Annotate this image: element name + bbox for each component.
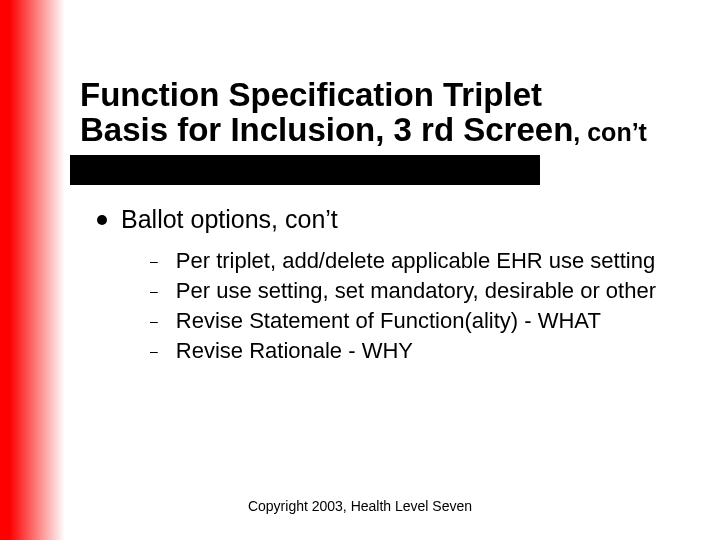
footer-copyright: Copyright 2003, Health Level Seven	[0, 498, 720, 514]
dash-icon: –	[150, 250, 158, 272]
title-line-2-sub: , con’t	[573, 118, 647, 146]
sub-bullet-list: – Per triplet, add/delete applicable EHR…	[150, 248, 656, 368]
title-underline-bar	[70, 155, 540, 185]
dash-icon: –	[150, 280, 158, 302]
list-item: – Per triplet, add/delete applicable EHR…	[150, 248, 656, 274]
title-line-2: Basis for Inclusion, 3 rd Screen, con’t	[80, 113, 647, 148]
list-item: – Revise Statement of Function(ality) - …	[150, 308, 656, 334]
list-item: – Revise Rationale - WHY	[150, 338, 656, 364]
list-item-text: Per triplet, add/delete applicable EHR u…	[176, 248, 655, 274]
list-item-text: Revise Statement of Function(ality) - WH…	[176, 308, 601, 334]
list-item: – Per use setting, set mandatory, desira…	[150, 278, 656, 304]
bullet-label: Ballot options, con’t	[121, 205, 338, 234]
slide-title: Function Specification Triplet Basis for…	[80, 78, 647, 147]
dash-icon: –	[150, 310, 158, 332]
dash-icon: –	[150, 340, 158, 362]
list-item-text: Revise Rationale - WHY	[176, 338, 413, 364]
title-line-2-main: Basis for Inclusion, 3 rd Screen	[80, 111, 573, 148]
title-line-1: Function Specification Triplet	[80, 78, 647, 113]
bullet-dot-icon	[97, 215, 107, 225]
bullet-level-1: Ballot options, con’t	[97, 205, 338, 234]
left-gradient-band	[0, 0, 65, 540]
list-item-text: Per use setting, set mandatory, desirabl…	[176, 278, 656, 304]
